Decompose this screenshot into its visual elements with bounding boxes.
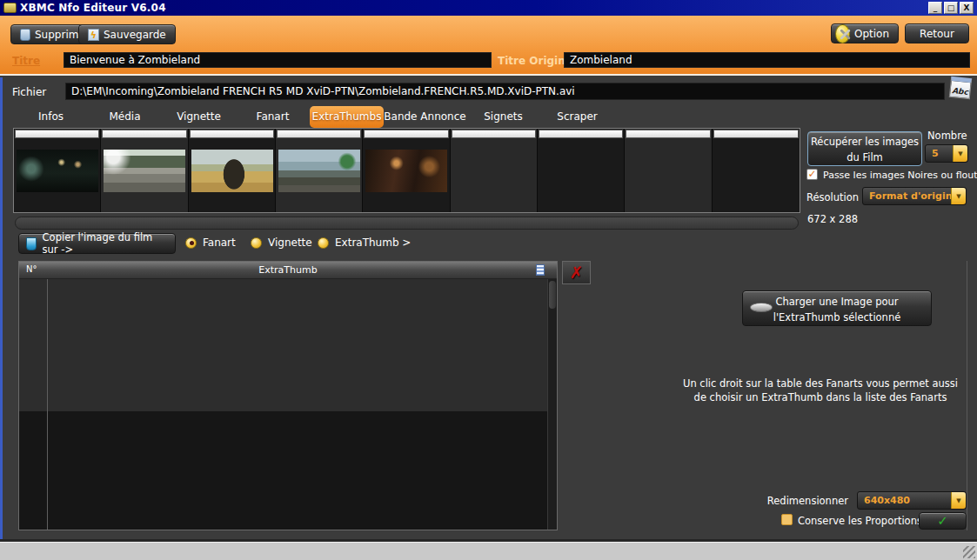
- tab-scraper[interactable]: Scraper: [540, 106, 614, 128]
- titre-original-input[interactable]: Zombieland: [564, 52, 970, 68]
- spellcheck-abc-button[interactable]: Abc: [949, 77, 972, 99]
- film-thumbnail-1[interactable]: [17, 150, 98, 192]
- option-button[interactable]: Option: [831, 23, 899, 43]
- table-vertical-scrollbar[interactable]: [547, 279, 557, 530]
- film-thumbnail-2[interactable]: [104, 150, 185, 192]
- resolution-dropdown[interactable]: Format d'origine ▼: [862, 187, 967, 205]
- recuperer-line2: du Film: [808, 150, 921, 165]
- fichier-label: Fichier: [12, 86, 46, 98]
- copy-image-icon: [26, 237, 37, 250]
- recuperer-images-button[interactable]: Récupérer les images du Film: [807, 131, 922, 166]
- delete-extrathumb-button[interactable]: ✗: [562, 261, 591, 284]
- maximize-button[interactable]: □: [944, 2, 958, 14]
- frame-dimensions: 672 x 288: [807, 213, 858, 225]
- redimensionner-label: Redimensionner: [751, 495, 848, 507]
- retour-label: Retour: [920, 28, 954, 40]
- sauvegarde-button[interactable]: ϟ Sauvegarde: [78, 24, 176, 44]
- radio-extrathumb[interactable]: ExtraThumb >: [318, 237, 411, 249]
- apply-resize-button[interactable]: ✓: [919, 512, 967, 530]
- copier-image-button[interactable]: Copier l'image du film sur ->: [18, 233, 176, 254]
- nombre-value: 5: [932, 148, 939, 159]
- tab-signets[interactable]: Signets: [466, 106, 540, 128]
- strip-cell-header: [102, 130, 186, 138]
- strip-cell-header: [539, 130, 623, 138]
- strip-cell-header: [190, 130, 274, 138]
- conserve-proportions-checkbox[interactable]: [781, 514, 793, 525]
- option-label: Option: [854, 28, 889, 40]
- copier-label: Copier l'image du film sur ->: [43, 231, 168, 256]
- radio-vignette-label: Vignette: [268, 237, 312, 249]
- panel-divider: [967, 261, 967, 530]
- strip-cell-header: [277, 130, 361, 138]
- redimensionner-dropdown[interactable]: 640x480 ▼: [857, 491, 967, 510]
- save-icon: ϟ: [88, 29, 99, 41]
- extrathumb-table: N° ExtraThumb: [18, 261, 558, 530]
- title-bar[interactable]: XBMC Nfo Editeur V6.04 _ □ X: [0, 0, 977, 16]
- redimensionner-value: 640x480: [864, 495, 910, 506]
- scrollbar-thumb[interactable]: [549, 281, 556, 309]
- tab-media[interactable]: Média: [88, 106, 162, 128]
- strip-cell-header: [452, 130, 536, 138]
- radio-fanart-label: Fanart: [203, 237, 236, 249]
- clear-list-icon[interactable]: [536, 264, 545, 276]
- tab-fanart[interactable]: Fanart: [236, 106, 310, 128]
- retour-button[interactable]: Retour: [905, 23, 969, 43]
- resolution-value: Format d'origine: [869, 190, 959, 202]
- app-icon: [3, 3, 17, 13]
- main-panel: Fichier D:\EM\Incoming\Zombieland FRENCH…: [0, 77, 977, 539]
- close-button[interactable]: X: [960, 2, 974, 14]
- resize-grip[interactable]: [963, 546, 975, 558]
- titre-input[interactable]: Bienvenue à Zombieland: [64, 52, 492, 68]
- film-thumbnail-4[interactable]: [278, 150, 360, 192]
- fichier-input[interactable]: D:\EM\Incoming\Zombieland FRENCH R5 MD X…: [65, 83, 945, 100]
- chevron-down-icon[interactable]: ▼: [951, 188, 966, 204]
- tools-icon: [835, 24, 850, 43]
- strip-cell: [363, 129, 450, 212]
- strip-cell: [14, 129, 101, 212]
- strip-horizontal-scrollbar[interactable]: [15, 217, 799, 230]
- nombre-label: Nombre: [927, 130, 967, 142]
- tab-extrathumbs[interactable]: ExtraThumbs: [310, 106, 384, 128]
- sauvegarde-label: Sauvegarde: [104, 29, 166, 41]
- passe-images-checkbox[interactable]: ✓: [806, 169, 818, 180]
- strip-cell-header: [15, 130, 99, 138]
- tab-bar: Infos Média Vignette Fanart ExtraThumbs …: [14, 106, 614, 128]
- trash-icon: [20, 29, 30, 41]
- film-strip: [13, 128, 800, 213]
- column-divider: [47, 279, 48, 530]
- chevron-down-icon[interactable]: ▼: [951, 492, 966, 509]
- recuperer-line1: Récupérer les images: [808, 134, 921, 150]
- titre-label: Titre: [12, 55, 40, 67]
- disc-icon: [750, 303, 773, 312]
- radio-extrathumb-label: ExtraThumb >: [335, 237, 411, 249]
- chevron-down-icon[interactable]: ▼: [953, 145, 967, 162]
- radio-dot: [185, 237, 197, 249]
- resolution-label: Résolution: [806, 191, 859, 203]
- radio-fanart[interactable]: Fanart: [185, 237, 236, 249]
- passe-images-label: Passe les images Noires ou floutés: [823, 170, 977, 181]
- tab-infos[interactable]: Infos: [14, 106, 88, 128]
- radio-vignette[interactable]: Vignette: [251, 237, 312, 249]
- film-thumbnail-5[interactable]: [365, 150, 447, 192]
- tab-bande-annonce[interactable]: Bande Annonce: [384, 106, 466, 128]
- strip-cell-header: [713, 130, 799, 138]
- app-window: XBMC Nfo Editeur V6.04 _ □ X Supprime ϟ …: [0, 0, 977, 560]
- strip-cell: [276, 129, 363, 212]
- table-body-lower: [19, 411, 547, 530]
- status-bar: [0, 542, 977, 560]
- strip-cell-header: [626, 130, 710, 138]
- strip-cell: [101, 129, 188, 212]
- strip-cell-empty: [713, 129, 800, 212]
- table-body[interactable]: [19, 279, 547, 411]
- strip-cell-empty: [625, 129, 712, 212]
- film-thumbnail-3[interactable]: [191, 150, 273, 192]
- minimize-button[interactable]: _: [928, 2, 942, 14]
- nombre-dropdown[interactable]: 5 ▼: [925, 144, 968, 163]
- radio-dot: [251, 237, 262, 249]
- strip-cell-empty: [538, 129, 625, 212]
- charger-image-button[interactable]: Charger une Image pour l'ExtraThumb séle…: [742, 290, 932, 326]
- radio-dot: [318, 237, 329, 249]
- tab-vignette[interactable]: Vignette: [162, 106, 236, 128]
- header-area: Supprime ϟ Sauvegarde Option Retour Titr…: [0, 16, 977, 76]
- charger-line2: l'ExtraThumb sélectionné: [743, 310, 931, 325]
